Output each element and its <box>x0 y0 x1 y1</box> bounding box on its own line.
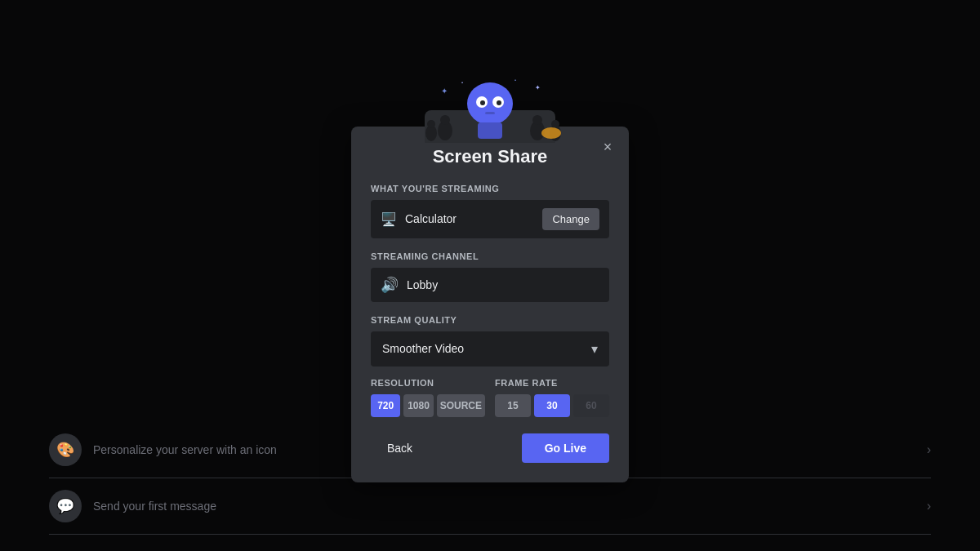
go-live-button[interactable]: Go Live <box>522 433 609 463</box>
hint-icon-message: 💬 <box>49 490 82 522</box>
svg-rect-11 <box>478 122 502 139</box>
hint-text-message: Send your first message <box>93 500 915 513</box>
close-button[interactable]: × <box>598 138 617 158</box>
modal-wrapper: ✦ ✦ • • <box>351 69 629 482</box>
fps-60-button[interactable]: 60 <box>573 394 609 417</box>
resolution-label: RESOLUTION <box>371 378 485 388</box>
screen-share-modal: × Screen Share WHAT YOU'RE STREAMING 🖥️ … <box>351 127 629 482</box>
channel-name: Lobby <box>407 278 438 291</box>
svg-rect-10 <box>485 112 495 114</box>
svg-point-5 <box>467 82 513 125</box>
svg-text:•: • <box>514 78 516 82</box>
res-source-button[interactable]: SOURCE <box>437 394 485 417</box>
svg-point-13 <box>440 115 450 125</box>
svg-text:•: • <box>461 80 463 85</box>
channel-row: 🔊 Lobby <box>371 268 609 302</box>
svg-point-9 <box>497 100 501 105</box>
svg-text:✦: ✦ <box>441 87 448 96</box>
change-button[interactable]: Change <box>542 208 599 230</box>
svg-text:✦: ✦ <box>535 84 541 91</box>
svg-point-19 <box>427 120 435 128</box>
framerate-section: FRAME RATE 15 30 60 <box>495 378 609 417</box>
hint-item-message[interactable]: 💬 Send your first message › <box>49 478 931 535</box>
svg-point-8 <box>480 100 485 105</box>
channel-section-label: STREAMING CHANNEL <box>371 251 609 261</box>
resolution-options: 720 1080 SOURCE <box>371 394 485 417</box>
res-720-button[interactable]: 720 <box>371 394 400 417</box>
res-1080-button[interactable]: 1080 <box>403 394 433 417</box>
modal-footer: Back Go Live <box>371 433 609 463</box>
chevron-down-icon: ▾ <box>591 341 598 357</box>
fps-15-button[interactable]: 15 <box>495 394 531 417</box>
illustration: ✦ ✦ • • <box>400 69 580 143</box>
streaming-row: 🖥️ Calculator Change <box>371 200 609 238</box>
quality-dropdown[interactable]: Smoother Video ▾ <box>371 331 609 367</box>
streaming-section-label: WHAT YOU'RE STREAMING <box>371 184 609 193</box>
back-button[interactable]: Back <box>371 433 429 463</box>
calculator-icon: 🖥️ <box>381 211 397 227</box>
svg-point-17 <box>551 120 559 128</box>
modal-title: Screen Share <box>371 146 609 167</box>
quality-section-label: STREAM QUALITY <box>371 315 609 325</box>
streaming-app-name: Calculator <box>405 212 534 225</box>
res-frame-row: RESOLUTION 720 1080 SOURCE FRAME RATE 15… <box>371 378 609 417</box>
speaker-icon: 🔊 <box>381 276 399 294</box>
quality-selected: Smoother Video <box>382 342 464 355</box>
hint-arrow-message: › <box>927 499 931 513</box>
hint-arrow-personalize: › <box>927 442 931 457</box>
hint-icon-personalize: 🎨 <box>49 433 82 466</box>
fps-30-button[interactable]: 30 <box>534 394 570 417</box>
framerate-label: FRAME RATE <box>495 378 609 388</box>
framerate-options: 15 30 60 <box>495 394 609 417</box>
resolution-section: RESOLUTION 720 1080 SOURCE <box>371 378 485 417</box>
svg-point-20 <box>541 127 561 139</box>
svg-point-15 <box>532 115 542 125</box>
